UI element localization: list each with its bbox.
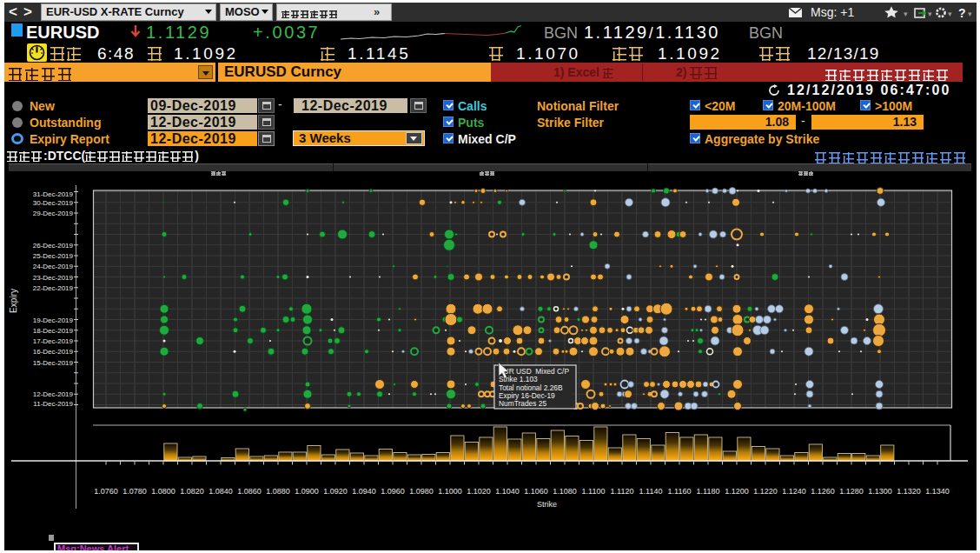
svg-text:12-Dec-2019: 12-Dec-2019 (33, 390, 74, 398)
svg-text:18-Dec-2019: 18-Dec-2019 (33, 327, 74, 335)
svg-text:25-Dec-2019: 25-Dec-2019 (33, 252, 74, 260)
svg-text:24-Dec-2019: 24-Dec-2019 (33, 263, 74, 270)
svg-text:?: ? (958, 6, 966, 20)
svg-text:30-Dec-2019: 30-Dec-2019 (33, 199, 74, 207)
svg-text:1.0940: 1.0940 (352, 487, 376, 496)
svg-text:Total notional 2.26B: Total notional 2.26B (499, 383, 563, 392)
svg-text:1.0980: 1.0980 (409, 487, 434, 496)
svg-text:16-Dec-2019: 16-Dec-2019 (33, 348, 74, 356)
svg-text:11-Dec-2019: 11-Dec-2019 (33, 400, 73, 408)
svg-text:1.1080: 1.1080 (553, 487, 577, 496)
svg-text:22-Dec-2019: 22-Dec-2019 (33, 284, 74, 292)
svg-text:1.1300: 1.1300 (868, 487, 892, 496)
svg-text:1.1140: 1.1140 (639, 487, 663, 496)
svg-text:1.1200: 1.1200 (725, 487, 749, 496)
svg-text:1.1160: 1.1160 (668, 487, 692, 496)
svg-text:1.1020: 1.1020 (467, 487, 491, 496)
svg-text:Expiry: Expiry (9, 289, 18, 313)
svg-text:1.0900: 1.0900 (295, 487, 319, 496)
svg-text:1.0800: 1.0800 (151, 487, 175, 496)
svg-text:EUR USD Mixed C/P: EUR USD Mixed C/P (499, 367, 569, 376)
svg-text:1.1280: 1.1280 (839, 487, 864, 496)
svg-text:19-Dec-2019: 19-Dec-2019 (33, 316, 74, 324)
svg-text:17-Dec-2019: 17-Dec-2019 (33, 337, 74, 345)
svg-text:1.0960: 1.0960 (381, 487, 405, 496)
svg-text:1.0880: 1.0880 (266, 487, 290, 496)
svg-text:29-Dec-2019: 29-Dec-2019 (33, 210, 74, 217)
svg-text:1.1040: 1.1040 (495, 487, 520, 496)
svg-text:1.1180: 1.1180 (697, 487, 720, 496)
svg-text:15-Dec-2019: 15-Dec-2019 (33, 359, 74, 367)
svg-text:NumTrades 25: NumTrades 25 (499, 399, 546, 408)
svg-text:1.1000: 1.1000 (438, 487, 462, 496)
svg-text:1.0760: 1.0760 (94, 487, 118, 496)
svg-text:1.0860: 1.0860 (237, 487, 262, 496)
svg-text:Strike: Strike (537, 500, 557, 509)
svg-text:23-Dec-2019: 23-Dec-2019 (33, 274, 74, 282)
svg-text:1.0820: 1.0820 (180, 487, 204, 496)
svg-text:▾: ▾ (948, 10, 952, 18)
svg-text:1.1220: 1.1220 (753, 487, 778, 496)
svg-text:1.1060: 1.1060 (524, 487, 548, 496)
svg-text:1.1320: 1.1320 (897, 487, 921, 496)
svg-text:1.0840: 1.0840 (209, 487, 233, 496)
svg-text:26-Dec-2019: 26-Dec-2019 (33, 242, 74, 250)
svg-text:1.0920: 1.0920 (323, 487, 348, 496)
svg-text:▾: ▾ (904, 10, 908, 18)
svg-text:31-Dec-2019: 31-Dec-2019 (33, 190, 74, 198)
svg-text:1.1240: 1.1240 (782, 487, 806, 496)
svg-text:1.1100: 1.1100 (582, 487, 606, 496)
svg-text:1.1260: 1.1260 (811, 487, 835, 496)
svg-text:▾: ▾ (968, 10, 972, 18)
svg-text:1.0780: 1.0780 (122, 487, 147, 496)
svg-text:1.1120: 1.1120 (611, 487, 634, 496)
svg-text:1.1340: 1.1340 (925, 487, 950, 496)
svg-text:▾: ▾ (928, 10, 932, 18)
